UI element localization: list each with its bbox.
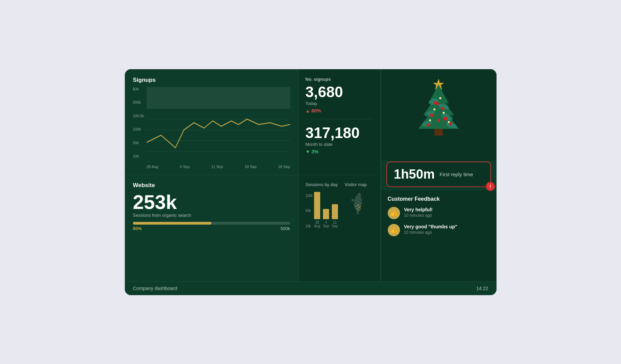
- feedback-text-2: Very good "thumbs up": [404, 224, 457, 229]
- svg-point-27: [429, 119, 431, 121]
- no-signups-mtd-value: 317,180: [306, 125, 373, 141]
- svg-point-20: [443, 117, 447, 121]
- map-dot-5: [358, 209, 359, 210]
- today-trend-value: 80%: [311, 108, 321, 113]
- reply-time-value: 1h50m: [394, 167, 435, 182]
- no-signups-label: No. signups: [306, 77, 373, 82]
- feedback-item-1: 👍 Very helpful! 10 minutes ago: [388, 207, 490, 219]
- customer-feedback-panel: Customer Feedback 👍 Very helpful! 10 min…: [381, 191, 497, 281]
- dashboard-footer: Company dashboard 14:22: [125, 281, 497, 295]
- map-dot-6: [356, 206, 357, 207]
- bar-y-labels: 100k 50k 10k: [306, 194, 313, 228]
- dashboard: Signups $3k 200k 100.5k 100k 50k 10k: [125, 69, 497, 295]
- svg-point-26: [443, 112, 445, 114]
- sessions-progress-bar: [133, 222, 290, 225]
- map-dot-3: [357, 208, 358, 209]
- bar-3: [332, 204, 338, 219]
- svg-point-17: [436, 103, 439, 105]
- signups-chart: $3k 200k 100.5k 100k 50k 10k: [133, 87, 290, 169]
- no-signups-mtd-label: Month to date: [306, 142, 373, 147]
- website-sessions-label: Sessions from organic search: [133, 213, 290, 218]
- trend-down-icon: ▼: [306, 149, 310, 154]
- feedback-title: Customer Feedback: [388, 196, 490, 202]
- feedback-item-2: 👍 Very good "thumbs up" 10 minutes ago: [388, 224, 490, 236]
- map-dot-4: [360, 206, 361, 207]
- website-panel: Website 253k Sessions from organic searc…: [125, 175, 299, 281]
- bar-x-labels: 28 Aug 4 Sep 11 Sep: [314, 221, 338, 228]
- no-signups-today-value: 3,680: [306, 84, 373, 100]
- svg-rect-0: [147, 87, 290, 108]
- reply-time-panel: 1h50m First reply time !: [386, 162, 491, 187]
- progress-pct: 50%: [133, 226, 142, 231]
- bar-chart: 100k 50k 10k: [306, 191, 338, 228]
- signups-panel: Signups $3k 200k 100.5k 100k 50k 10k: [125, 69, 299, 175]
- feedback-icon-1: 👍: [388, 207, 400, 219]
- chart-y-labels: $3k 200k 100.5k 100k 50k 10k: [133, 87, 144, 158]
- svg-point-23: [437, 119, 440, 122]
- mtd-trend-value: 3%: [311, 149, 318, 154]
- feedback-text-1: Very helpful!: [404, 207, 433, 212]
- svg-point-24: [439, 97, 441, 99]
- svg-point-21: [427, 123, 430, 126]
- right-column: 1h50m First reply time ! Customer Feedba…: [381, 69, 497, 281]
- trend-up-icon: ▲: [306, 108, 310, 113]
- progress-fill: [133, 222, 212, 225]
- footer-time: 14:22: [476, 286, 488, 291]
- visitor-map-section: Visitor map: [345, 182, 373, 274]
- bar-2: [323, 209, 329, 219]
- no-signups-today-label: Today: [306, 101, 373, 106]
- sessions-map-panel: Sessions by day 100k 50k 10k: [299, 175, 381, 281]
- website-sessions-value: 253k: [133, 192, 290, 212]
- chart-svg-area: [147, 87, 290, 158]
- feedback-time-2: 10 minutes ago: [404, 230, 457, 235]
- today-trend: ▲ 80%: [306, 108, 373, 113]
- website-title: Website: [133, 182, 290, 189]
- feedback-icon-2: 👍: [388, 224, 400, 236]
- visitor-map-title: Visitor map: [345, 182, 373, 187]
- christmas-tree-panel: [381, 69, 497, 162]
- reply-time-label: First reply time: [440, 171, 473, 177]
- alert-badge: !: [486, 182, 495, 191]
- progress-max: 500k: [280, 226, 290, 231]
- chart-x-labels: 28 Aug 4 Sep 11 Sep 18 Sep 18 Sep: [147, 165, 290, 169]
- mtd-trend: ▼ 3%: [306, 149, 373, 154]
- sessions-section: Sessions by day 100k 50k 10k: [306, 182, 338, 274]
- bar-1: [314, 192, 320, 219]
- map-dot-2: [358, 207, 359, 208]
- no-signups-panel: No. signups 3,680 Today ▲ 80% 317,180 Mo…: [299, 69, 381, 175]
- footer-title: Company dashboard: [133, 286, 177, 291]
- feedback-time-1: 10 minutes ago: [404, 213, 433, 218]
- svg-point-18: [441, 107, 444, 110]
- sessions-by-day-title: Sessions by day: [306, 182, 338, 187]
- uk-map: [345, 191, 373, 225]
- svg-point-19: [430, 113, 433, 117]
- svg-rect-9: [434, 129, 443, 136]
- svg-point-25: [433, 108, 435, 110]
- christmas-tree-svg: [404, 76, 473, 154]
- map-dot-1: [357, 204, 359, 206]
- signups-title: Signups: [133, 77, 290, 84]
- reply-time-wrapper: 1h50m First reply time !: [381, 162, 497, 191]
- svg-point-28: [448, 121, 450, 123]
